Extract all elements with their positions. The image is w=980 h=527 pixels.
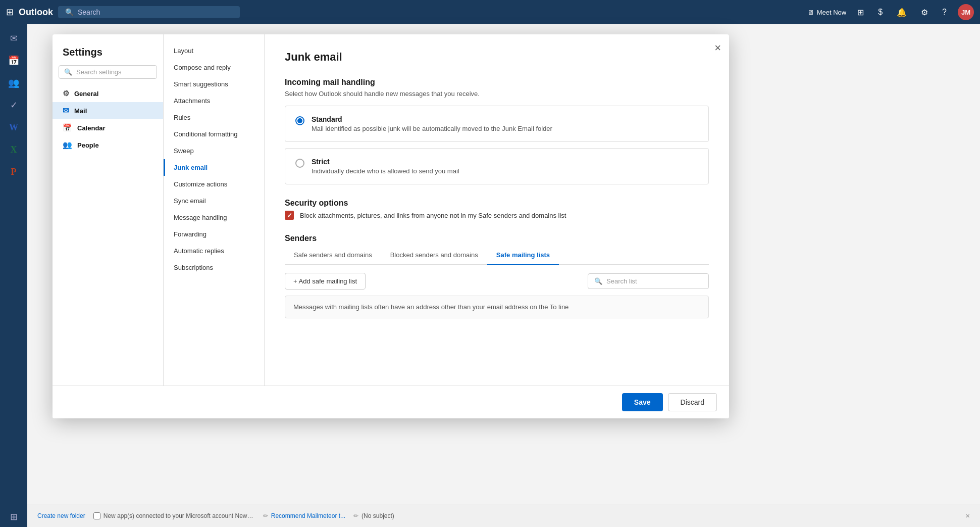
sidebar-icon-people[interactable]: 👥 xyxy=(4,73,24,93)
search-list-box[interactable]: 🔍 xyxy=(588,273,709,289)
nav-automatic-replies[interactable]: Automatic replies xyxy=(164,243,264,259)
strict-radio[interactable] xyxy=(295,159,304,168)
tab-blocked-senders[interactable]: Blocked senders and domains xyxy=(381,246,487,265)
sidebar-icon-word[interactable]: W xyxy=(4,117,24,137)
nav-subscriptions[interactable]: Subscriptions xyxy=(164,259,264,276)
people-nav-icon: 👥 xyxy=(63,140,72,150)
nav-attachments[interactable]: Attachments xyxy=(164,92,264,109)
notification-checkbox[interactable] xyxy=(93,512,100,519)
settings-second-nav: Layout Compose and reply Smart suggestio… xyxy=(164,34,265,386)
close-button[interactable]: × xyxy=(714,41,721,55)
edit-icon-2: ✏ xyxy=(353,512,358,519)
sidebar-icon-powerpoint[interactable]: P xyxy=(4,162,24,182)
meet-now-button[interactable]: 🖥 Meet Now xyxy=(807,9,847,16)
app-grid-icon[interactable]: ⊞ xyxy=(6,7,14,18)
general-icon: ⚙ xyxy=(63,89,69,98)
modal-footer: Save Discard xyxy=(53,386,729,418)
security-checkbox-row: Block attachments, pictures, and links f… xyxy=(285,211,709,220)
currency-icon[interactable]: $ xyxy=(875,7,886,18)
search-list-input[interactable] xyxy=(606,277,702,285)
new-app-notification: New app(s) connected to your Microsoft a… xyxy=(93,512,255,519)
nav-sweep[interactable]: Sweep xyxy=(164,142,264,159)
sidebar-icon-tasks[interactable]: ✓ xyxy=(4,95,24,115)
settings-main-panel: Junk email Incoming mail handling Select… xyxy=(265,34,729,386)
global-search-box[interactable]: 🔍 xyxy=(58,6,240,18)
mail-nav-icon: ✉ xyxy=(63,106,69,115)
standard-option-card[interactable]: Standard Mail identified as possible jun… xyxy=(285,106,709,142)
strict-option-card[interactable]: Strict Individually decide who is allowe… xyxy=(285,148,709,184)
nav-conditional-formatting[interactable]: Conditional formatting xyxy=(164,126,264,142)
nav-general[interactable]: ⚙ General xyxy=(53,85,163,102)
search-list-icon: 🔍 xyxy=(594,277,602,285)
sidebar-icon-calendar[interactable]: 📅 xyxy=(4,51,24,71)
senders-section-title: Senders xyxy=(285,234,709,243)
nav-forwarding[interactable]: Forwarding xyxy=(164,226,264,243)
standard-desc: Mail identified as possible junk will be… xyxy=(312,125,552,132)
security-options-title: Security options xyxy=(285,199,709,208)
discard-button[interactable]: Discard xyxy=(668,393,717,411)
strict-desc: Individually decide who is allowed to se… xyxy=(312,167,459,175)
nav-layout[interactable]: Layout xyxy=(164,42,264,59)
mailing-list-info-box: Messages with mailing lists often have a… xyxy=(285,296,709,318)
strict-label: Strict xyxy=(312,158,459,166)
senders-tabs: Safe senders and domains Blocked senders… xyxy=(285,246,709,265)
incoming-mail-section-desc: Select how Outlook should handle new mes… xyxy=(285,90,709,98)
create-folder-link[interactable]: Create new folder xyxy=(37,512,85,519)
tab-safe-senders[interactable]: Safe senders and domains xyxy=(285,246,381,265)
tab-safe-mailing-lists[interactable]: Safe mailing lists xyxy=(487,246,559,265)
nav-customize-actions[interactable]: Customize actions xyxy=(164,176,264,193)
apps-icon[interactable]: ⊞ xyxy=(854,7,867,18)
nav-sync-email[interactable]: Sync email xyxy=(164,193,264,209)
settings-search-box[interactable]: 🔍 xyxy=(59,65,157,79)
add-safe-mailing-list-button[interactable]: + Add safe mailing list xyxy=(285,273,366,290)
nav-message-handling[interactable]: Message handling xyxy=(164,209,264,226)
settings-title: Settings xyxy=(53,42,163,65)
no-subject-item: ✏ (No subject) xyxy=(353,512,394,519)
bottom-bar: Create new folder New app(s) connected t… xyxy=(27,504,980,527)
nav-calendar[interactable]: 📅 Calendar xyxy=(53,119,163,136)
settings-search-icon: 🔍 xyxy=(64,68,72,76)
recommend-item: ✏ Recommend Mailmeteor t... xyxy=(263,512,345,519)
sidebar-icon-excel[interactable]: X xyxy=(4,139,24,160)
standard-label: Standard xyxy=(312,115,552,123)
main-content: × Settings 🔍 ⚙ General ✉ xyxy=(27,24,980,527)
block-checkbox-label: Block attachments, pictures, and links f… xyxy=(300,212,566,219)
app-logo: Outlook xyxy=(19,7,53,18)
calendar-nav-icon: 📅 xyxy=(63,123,72,132)
nav-smart-suggestions[interactable]: Smart suggestions xyxy=(164,76,264,92)
bottom-close-button[interactable]: × xyxy=(965,511,970,520)
security-options-section: Security options Block attachments, pict… xyxy=(285,199,709,220)
panel-title: Junk email xyxy=(285,51,709,64)
nav-compose-reply[interactable]: Compose and reply xyxy=(164,59,264,76)
sidebar-icons: ✉ 📅 👥 ✓ W X P ⊞ xyxy=(0,24,27,527)
help-icon[interactable]: ? xyxy=(939,7,950,18)
edit-icon: ✏ xyxy=(263,512,268,519)
gear-icon[interactable]: ⚙ xyxy=(918,7,931,18)
nav-rules[interactable]: Rules xyxy=(164,109,264,126)
standard-radio[interactable] xyxy=(295,116,304,125)
incoming-mail-section-title: Incoming mail handling xyxy=(285,78,709,87)
bell-icon[interactable]: 🔔 xyxy=(894,7,910,18)
monitor-icon: 🖥 xyxy=(807,9,814,16)
block-checkbox[interactable] xyxy=(285,211,294,220)
save-button[interactable]: Save xyxy=(622,393,663,411)
top-bar: ⊞ Outlook 🔍 🖥 Meet Now ⊞ $ 🔔 ⚙ ? JM xyxy=(0,0,980,24)
avatar[interactable]: JM xyxy=(958,4,974,20)
senders-section: Senders Safe senders and domains Blocked… xyxy=(285,234,709,318)
nav-junk-email[interactable]: Junk email xyxy=(164,159,264,176)
global-search-input[interactable] xyxy=(78,8,233,16)
nav-mail[interactable]: ✉ Mail xyxy=(53,102,163,119)
nav-people[interactable]: 👥 People xyxy=(53,136,163,154)
settings-modal: × Settings 🔍 ⚙ General ✉ xyxy=(53,34,729,418)
settings-sidebar: Settings 🔍 ⚙ General ✉ Mail xyxy=(53,34,164,386)
sender-actions-row: + Add safe mailing list 🔍 xyxy=(285,273,709,290)
sidebar-icon-apps[interactable]: ⊞ xyxy=(4,507,24,527)
sidebar-icon-mail[interactable]: ✉ xyxy=(4,28,24,49)
search-icon: 🔍 xyxy=(65,8,74,16)
settings-search-input[interactable] xyxy=(76,68,151,76)
